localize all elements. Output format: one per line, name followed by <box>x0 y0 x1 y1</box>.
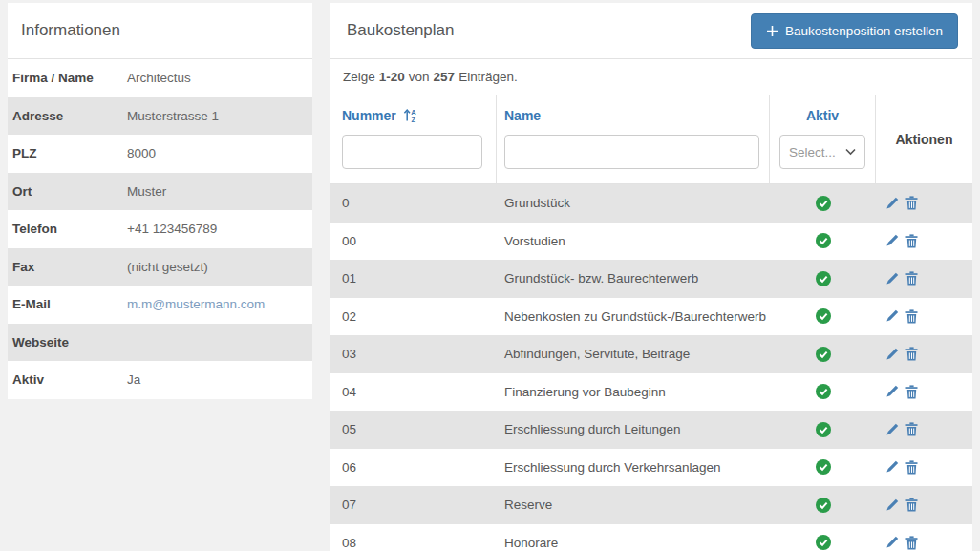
column-label-aktionen: Aktionen <box>896 132 953 147</box>
info-row: Aktiv Ja <box>8 361 312 399</box>
create-baukostenposition-button[interactable]: Baukostenposition erstellen <box>751 13 958 49</box>
edit-icon[interactable] <box>885 423 899 436</box>
info-card: Informationen Firma / Name Architectus A… <box>8 3 312 399</box>
info-row-label: Webseite <box>8 335 127 350</box>
chevron-down-icon <box>845 148 856 156</box>
summary-range: 1-20 <box>379 70 405 84</box>
check-circle-icon <box>816 233 831 248</box>
table-row: 07 Reserve <box>330 486 972 524</box>
info-row: Ort Muster <box>8 173 312 211</box>
cell-nummer: 0 <box>330 196 497 210</box>
create-button-label: Baukostenposition erstellen <box>785 24 943 38</box>
edit-icon[interactable] <box>885 234 899 247</box>
nummer-filter-input[interactable] <box>342 135 482 169</box>
page-title: Baukostenplan <box>347 21 454 40</box>
cell-aktiv <box>770 422 876 437</box>
cell-name: Nebenkosten zu Grundstück-/Baurechterwer… <box>497 309 770 324</box>
delete-icon[interactable] <box>905 460 918 475</box>
edit-icon[interactable] <box>885 498 899 512</box>
delete-icon[interactable] <box>905 347 918 361</box>
check-circle-icon <box>816 308 831 324</box>
cell-name: Reserve <box>497 498 770 512</box>
info-row-label: Firma / Name <box>8 71 127 85</box>
edit-icon[interactable] <box>885 348 899 361</box>
cell-aktiv <box>770 233 876 248</box>
cell-actions <box>876 460 972 475</box>
cell-actions <box>876 536 972 550</box>
cell-name: Abfindungen, Servitute, Beiträge <box>497 347 770 361</box>
cell-name: Grundstück <box>497 196 770 210</box>
cell-name: Honorare <box>497 536 770 550</box>
cell-aktiv <box>770 308 876 324</box>
info-row-label: Telefon <box>8 222 127 236</box>
info-row-label: E-Mail <box>8 297 127 311</box>
table-row: 00 Vorstudien <box>330 223 972 261</box>
info-row-value: Architectus <box>127 71 191 85</box>
delete-icon[interactable] <box>905 385 918 399</box>
column-label-name: Name <box>504 108 541 123</box>
column-header-aktiv: Aktiv Select... <box>770 95 876 183</box>
aktiv-filter-select[interactable]: Select... <box>779 135 865 169</box>
check-circle-icon <box>816 196 831 211</box>
aktiv-select-value: Select... <box>789 145 836 159</box>
check-circle-icon <box>816 498 831 513</box>
check-circle-icon <box>816 422 831 437</box>
summary-entries: Einträgen. <box>458 70 518 84</box>
info-row-value: (nicht gesetzt) <box>127 260 208 274</box>
info-row-label: PLZ <box>8 146 127 160</box>
cell-actions <box>876 385 972 399</box>
table-row: 02 Nebenkosten zu Grundstück-/Baurechter… <box>330 298 972 336</box>
cell-nummer: 00 <box>330 234 497 248</box>
info-row: PLZ 8000 <box>8 135 312 173</box>
delete-icon[interactable] <box>905 422 918 436</box>
cell-aktiv <box>770 384 876 399</box>
info-card-title: Informationen <box>8 3 312 59</box>
delete-icon[interactable] <box>905 196 918 210</box>
cell-nummer: 07 <box>330 498 497 512</box>
info-row-value: Muster <box>127 184 166 199</box>
info-row-label: Adresse <box>8 109 127 123</box>
edit-icon[interactable] <box>885 385 899 398</box>
table-card: Baukostenplan Baukostenposition erstelle… <box>330 3 972 551</box>
cell-actions <box>876 422 972 436</box>
table-header-row: Nummer A Z Name Aktiv Select... <box>330 95 972 184</box>
cell-nummer: 04 <box>330 385 497 399</box>
delete-icon[interactable] <box>905 309 918 324</box>
delete-icon[interactable] <box>905 271 918 286</box>
info-row-label: Fax <box>8 260 127 274</box>
check-circle-icon <box>816 271 831 286</box>
name-filter-input[interactable] <box>504 135 759 169</box>
delete-icon[interactable] <box>905 536 918 550</box>
table-row: 06 Erschliessung durch Verkehrsanlagen <box>330 449 972 487</box>
table-body: 0 Grundstück <box>330 184 972 551</box>
info-row-value: 8000 <box>127 146 156 160</box>
column-header-nummer: Nummer A Z <box>330 95 497 183</box>
cell-aktiv <box>770 347 876 362</box>
cell-aktiv <box>770 459 876 475</box>
cell-name: Vorstudien <box>497 234 770 248</box>
info-row: Adresse Musterstrasse 1 <box>8 97 312 136</box>
edit-icon[interactable] <box>885 309 899 323</box>
edit-icon[interactable] <box>885 197 899 210</box>
cell-name: Erschliessung durch Verkehrsanlagen <box>497 460 770 475</box>
column-label-nummer: Nummer <box>342 108 396 123</box>
cell-nummer: 03 <box>330 347 497 361</box>
check-circle-icon <box>816 535 831 550</box>
table-row: 05 Erschliessung durch Leitungen <box>330 411 972 449</box>
table-card-header: Baukostenplan Baukostenposition erstelle… <box>330 3 972 59</box>
email-link[interactable]: m.m@mustermann.com <box>127 297 265 311</box>
edit-icon[interactable] <box>885 536 899 549</box>
cell-nummer: 01 <box>330 271 497 286</box>
sort-by-nummer[interactable]: Nummer A Z <box>342 108 418 123</box>
info-row: Webseite <box>8 324 312 362</box>
edit-icon[interactable] <box>885 460 899 474</box>
cell-aktiv <box>770 271 876 286</box>
table-row: 0 Grundstück <box>330 184 972 223</box>
delete-icon[interactable] <box>905 234 918 248</box>
summary-show: Zeige <box>343 70 375 84</box>
info-row-value: +41 123456789 <box>127 222 217 236</box>
delete-icon[interactable] <box>905 498 918 512</box>
edit-icon[interactable] <box>885 272 899 286</box>
cell-nummer: 05 <box>330 422 497 436</box>
cell-actions <box>876 309 972 324</box>
